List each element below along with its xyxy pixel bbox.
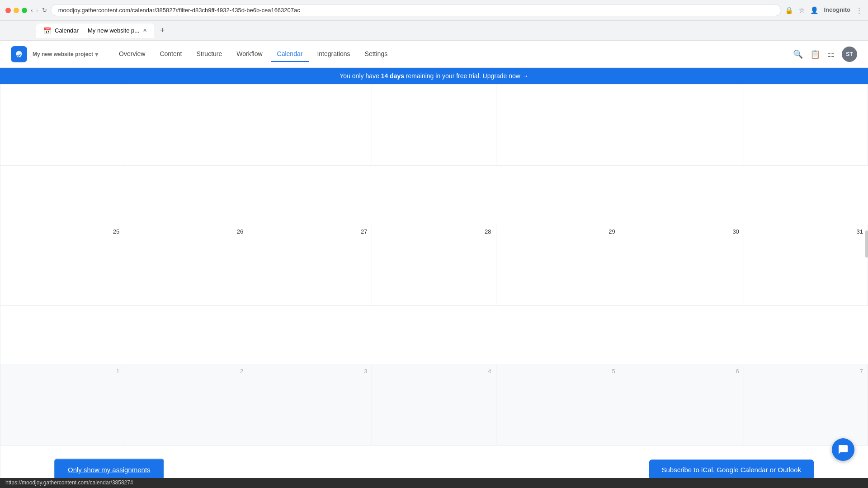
banner-days: 14 days bbox=[381, 72, 404, 80]
calendar-cell bbox=[248, 84, 372, 166]
nav-content[interactable]: Content bbox=[153, 47, 188, 62]
calendar-cell: 7 bbox=[744, 364, 868, 446]
reload-btn[interactable]: ↻ bbox=[42, 7, 47, 14]
cell-date: 27 bbox=[361, 228, 367, 235]
calendar-cell: 30 bbox=[620, 225, 744, 306]
calendar-cell bbox=[0, 84, 124, 166]
calendar-grid: 25 26 27 28 29 30 31 1 2 3 4 bbox=[0, 84, 868, 488]
new-tab-btn[interactable]: + bbox=[156, 24, 169, 37]
browser-toolbar: 🔒 ☆ 👤 Incognito ⋮ bbox=[785, 6, 863, 14]
calendar-cell: 5 bbox=[496, 364, 620, 446]
cell-date: 5 bbox=[612, 368, 615, 375]
chat-support-btn[interactable] bbox=[832, 438, 854, 461]
cell-date: 3 bbox=[364, 368, 367, 375]
window-controls[interactable] bbox=[5, 8, 27, 13]
banner-text-before: You only have bbox=[340, 72, 381, 80]
subscribe-calendar-btn[interactable]: Subscribe to iCal, Google Calendar or Ou… bbox=[649, 460, 814, 480]
calendar-container: 25 26 27 28 29 30 31 1 2 3 4 bbox=[0, 84, 868, 488]
incognito-label: Incognito bbox=[824, 6, 851, 14]
maximize-window-btn[interactable] bbox=[22, 8, 27, 13]
forward-btn[interactable]: › bbox=[36, 7, 38, 14]
avatar[interactable]: ST bbox=[842, 47, 857, 62]
minimize-window-btn[interactable] bbox=[14, 8, 19, 13]
tab-bar: 📅 Calendar — My new website p... ✕ + bbox=[0, 21, 868, 41]
nav-settings[interactable]: Settings bbox=[359, 47, 394, 62]
trial-banner: You only have 14 days remaining in your … bbox=[0, 68, 868, 84]
calendar-cell bbox=[124, 84, 248, 166]
search-icon[interactable]: 🔍 bbox=[793, 49, 803, 59]
close-window-btn[interactable] bbox=[5, 8, 11, 13]
app-logo[interactable] bbox=[11, 46, 27, 62]
cell-date: 2 bbox=[240, 368, 243, 375]
calendar-cell: 1 bbox=[0, 364, 124, 446]
cell-date: 30 bbox=[732, 228, 739, 235]
cell-date: 25 bbox=[113, 228, 119, 235]
app-header: My new website project ▾ Overview Conten… bbox=[0, 41, 868, 68]
calendar-cell: 27 bbox=[248, 225, 372, 306]
calendar-cell: 26 bbox=[124, 225, 248, 306]
calendar-cell: 6 bbox=[620, 364, 744, 446]
url-text: moodjoy.gathercontent.com/calendar/38582… bbox=[58, 7, 300, 14]
cell-date: 29 bbox=[609, 228, 615, 235]
active-tab[interactable]: 📅 Calendar — My new website p... ✕ bbox=[36, 23, 154, 38]
calendar-cell bbox=[620, 84, 744, 166]
calendar-cell: 4 bbox=[372, 364, 496, 446]
cell-date: 31 bbox=[857, 228, 863, 235]
cell-date: 28 bbox=[485, 228, 491, 235]
profile-icon[interactable]: 👤 bbox=[810, 6, 819, 14]
nav-calendar[interactable]: Calendar bbox=[271, 47, 309, 62]
cell-date: 26 bbox=[237, 228, 243, 235]
menu-icon[interactable]: ⋮ bbox=[856, 6, 863, 14]
calendar-cell bbox=[496, 84, 620, 166]
nav-integrations[interactable]: Integrations bbox=[311, 47, 356, 62]
assignments-filter-btn[interactable]: Only show my assignments bbox=[54, 459, 164, 481]
cell-date: 7 bbox=[860, 368, 863, 375]
tab-close-icon[interactable]: ✕ bbox=[143, 28, 147, 33]
calendar-cell: 3 bbox=[248, 364, 372, 446]
status-url: https://moodjoy.gathercontent.com/calend… bbox=[5, 479, 133, 486]
calendar-cell: 29 bbox=[496, 225, 620, 306]
calendar-cell: 2 bbox=[124, 364, 248, 446]
status-bar: https://moodjoy.gathercontent.com/calend… bbox=[0, 478, 868, 488]
nav-workflow[interactable]: Workflow bbox=[230, 47, 269, 62]
calendar-cell bbox=[744, 84, 868, 166]
cell-date: 4 bbox=[488, 368, 491, 375]
main-nav: Overview Content Structure Workflow Cale… bbox=[113, 47, 394, 62]
cell-date: 1 bbox=[116, 368, 119, 375]
calendar-cell bbox=[372, 84, 496, 166]
apps-icon[interactable]: ⚏ bbox=[827, 49, 835, 59]
browser-chrome: ‹ › ↻ moodjoy.gathercontent.com/calendar… bbox=[0, 0, 868, 21]
scrollbar[interactable] bbox=[865, 230, 868, 258]
calendar-cell: 31 bbox=[744, 225, 868, 306]
cell-date: 6 bbox=[736, 368, 739, 375]
extensions-icon[interactable]: 🔒 bbox=[785, 6, 793, 14]
calendar-cell: 25 bbox=[0, 225, 124, 306]
header-right: 🔍 📋 ⚏ ST bbox=[793, 47, 857, 62]
address-bar[interactable]: moodjoy.gathercontent.com/calendar/38582… bbox=[51, 4, 781, 16]
project-name[interactable]: My new website project ▾ bbox=[33, 51, 98, 58]
tab-favicon: 📅 bbox=[43, 27, 51, 34]
banner-text-after: remaining in your free trial. Upgrade no… bbox=[404, 72, 528, 80]
calendar-cell: 28 bbox=[372, 225, 496, 306]
back-btn[interactable]: ‹ bbox=[31, 7, 33, 14]
tab-title: Calendar — My new website p... bbox=[55, 27, 139, 34]
notifications-icon[interactable]: 📋 bbox=[810, 49, 820, 59]
nav-structure[interactable]: Structure bbox=[190, 47, 228, 62]
bookmark-icon[interactable]: ☆ bbox=[799, 6, 805, 14]
nav-overview[interactable]: Overview bbox=[113, 47, 151, 62]
